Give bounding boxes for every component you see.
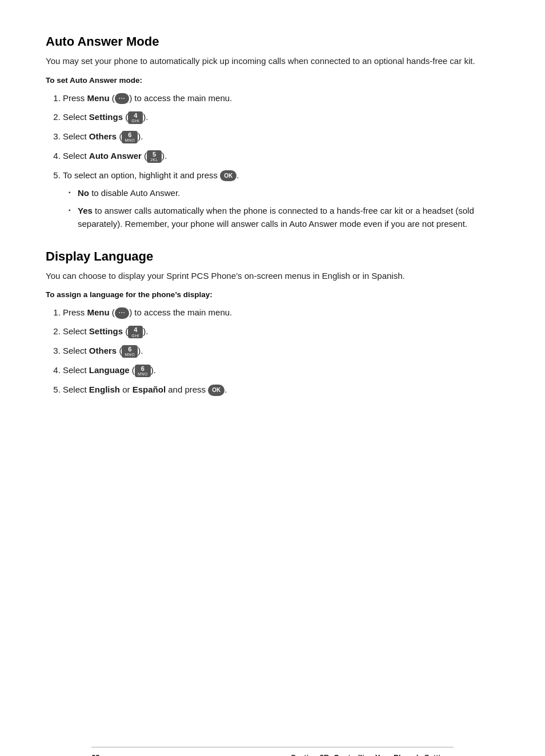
auto-answer-step-3: Select Others (6MNO). bbox=[63, 130, 499, 143]
page-number: 62 bbox=[91, 753, 99, 756]
sub-item-no: No to disable Auto Answer. bbox=[69, 186, 499, 199]
others-key-1: 6MNO bbox=[122, 131, 138, 143]
display-language-title: Display Language bbox=[46, 249, 499, 264]
auto-answer-key: 5JKL bbox=[147, 150, 162, 163]
auto-answer-instruction: To set Auto Answer mode: bbox=[46, 76, 499, 85]
display-language-desc: You can choose to display your Sprint PC… bbox=[46, 270, 499, 283]
others-key-2: 6MNO bbox=[122, 345, 138, 358]
dl-step-5: Select English or Español and press OK. bbox=[63, 383, 499, 396]
language-key: 6MNO bbox=[135, 365, 151, 377]
auto-answer-step-5: To select an option, highlight it and pr… bbox=[63, 169, 499, 231]
auto-answer-section: Auto Answer Mode You may set your phone … bbox=[46, 34, 499, 231]
ok-key-2: OK bbox=[208, 385, 225, 396]
dl-step-3: Select Others (6MNO). bbox=[63, 344, 499, 358]
auto-answer-step-2: Select Settings (4GHI). bbox=[63, 110, 499, 124]
dl-step-2: Select Settings (4GHI). bbox=[63, 325, 499, 338]
display-language-section: Display Language You can choose to displ… bbox=[46, 249, 499, 397]
sub-item-yes: Yes to answer calls automatically when t… bbox=[69, 204, 499, 231]
auto-answer-desc: You may set your phone to automatically … bbox=[46, 55, 499, 68]
auto-answer-title: Auto Answer Mode bbox=[46, 34, 499, 49]
ok-key-1: OK bbox=[220, 170, 237, 182]
menu-key-2: ··· bbox=[115, 307, 129, 319]
auto-answer-step-1: Press Menu (···) to access the main menu… bbox=[63, 91, 499, 105]
display-language-instruction: To assign a language for the phone’s dis… bbox=[46, 290, 499, 299]
menu-key-1: ··· bbox=[115, 93, 129, 105]
auto-answer-sub-list: No to disable Auto Answer. Yes to answer… bbox=[69, 186, 499, 231]
settings-key-1: 4GHI bbox=[128, 111, 143, 124]
auto-answer-step-4: Select Auto Answer (5JKL). bbox=[63, 149, 499, 163]
dl-step-1: Press Menu (···) to access the main menu… bbox=[63, 306, 499, 319]
display-language-steps: Press Menu (···) to access the main menu… bbox=[63, 306, 499, 396]
settings-key-2: 4GHI bbox=[128, 326, 143, 338]
section-label: Section 2B: Controlling Your Phone’s Set… bbox=[291, 753, 454, 756]
footer: 62 Section 2B: Controlling Your Phone’s … bbox=[91, 747, 454, 756]
auto-answer-steps: Press Menu (···) to access the main menu… bbox=[63, 91, 499, 231]
page-wrapper: Auto Answer Mode You may set your phone … bbox=[46, 34, 499, 756]
dl-step-4: Select Language (6MNO). bbox=[63, 363, 499, 377]
